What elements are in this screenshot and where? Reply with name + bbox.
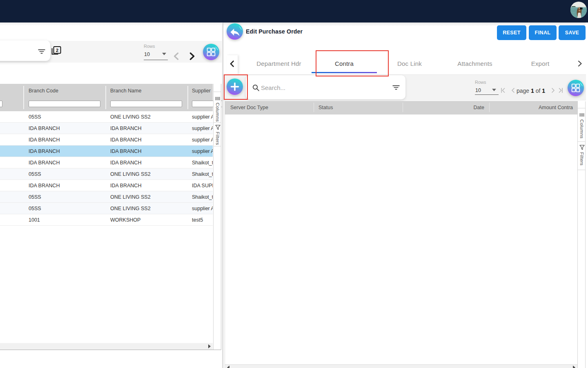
svg-text:2: 2 bbox=[56, 48, 58, 53]
